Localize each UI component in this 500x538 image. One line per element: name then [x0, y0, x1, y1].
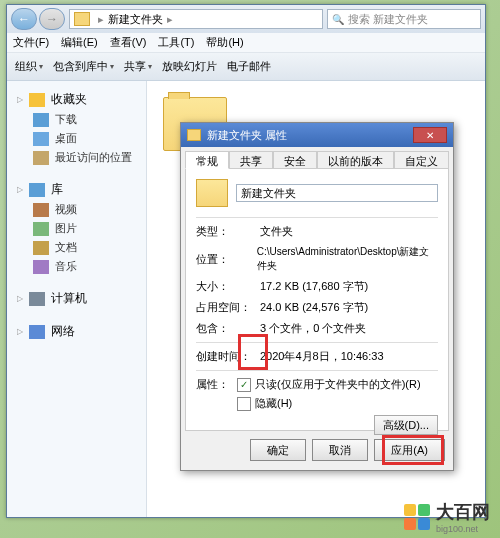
menu-help[interactable]: 帮助(H) — [206, 35, 243, 50]
toolbar: 组织▾ 包含到库中▾ 共享▾ 放映幻灯片 电子邮件 — [7, 53, 485, 81]
value-created: 2020年4月8日，10:46:33 — [260, 349, 384, 364]
tool-slideshow[interactable]: 放映幻灯片 — [162, 59, 217, 74]
readonly-checkbox[interactable]: ✓ — [237, 378, 251, 392]
folder-icon — [74, 12, 90, 26]
watermark-url: big100.net — [436, 524, 490, 534]
folder-name-input[interactable] — [236, 184, 438, 202]
watermark-logo-icon — [404, 504, 430, 530]
tab-customize[interactable]: 自定义 — [394, 151, 449, 169]
menu-tools[interactable]: 工具(T) — [158, 35, 194, 50]
sidebar-item-recent[interactable]: 最近访问的位置 — [7, 148, 146, 167]
sidebar-item-music[interactable]: 音乐 — [7, 257, 146, 276]
label-type: 类型： — [196, 224, 252, 239]
sidebar-libraries[interactable]: 库 — [7, 179, 146, 200]
properties-dialog: 新建文件夹 属性 ✕ 常规 共享 安全 以前的版本 自定义 类型：文件夹 位置：… — [180, 122, 454, 471]
tab-security[interactable]: 安全 — [273, 151, 317, 169]
tool-organize[interactable]: 组织▾ — [15, 59, 43, 74]
breadcrumb-folder[interactable]: 新建文件夹 — [108, 12, 163, 27]
label-size: 大小： — [196, 279, 252, 294]
value-sizeondisk: 24.0 KB (24,576 字节) — [260, 300, 368, 315]
tool-email[interactable]: 电子邮件 — [227, 59, 271, 74]
readonly-label: 只读(仅应用于文件夹中的文件)(R) — [255, 377, 421, 392]
hidden-checkbox[interactable] — [237, 397, 251, 411]
label-attributes: 属性： — [196, 377, 229, 392]
hidden-label: 隐藏(H) — [255, 396, 292, 411]
dialog-title: 新建文件夹 属性 — [207, 128, 287, 143]
menu-view[interactable]: 查看(V) — [110, 35, 147, 50]
sidebar-item-downloads[interactable]: 下载 — [7, 110, 146, 129]
tab-previous[interactable]: 以前的版本 — [317, 151, 394, 169]
tab-strip: 常规 共享 安全 以前的版本 自定义 — [181, 147, 453, 169]
ok-button[interactable]: 确定 — [250, 439, 306, 461]
apply-button[interactable]: 应用(A) — [374, 439, 445, 461]
tab-general[interactable]: 常规 — [185, 151, 229, 169]
value-size: 17.2 KB (17,680 字节) — [260, 279, 368, 294]
address-bar[interactable]: ▸ 新建文件夹 ▸ — [69, 9, 323, 29]
label-created: 创建时间： — [196, 349, 252, 364]
cancel-button[interactable]: 取消 — [312, 439, 368, 461]
menubar: 文件(F) 编辑(E) 查看(V) 工具(T) 帮助(H) — [7, 33, 485, 53]
sidebar-item-desktop[interactable]: 桌面 — [7, 129, 146, 148]
folder-icon — [187, 129, 201, 141]
label-contains: 包含： — [196, 321, 252, 336]
value-contains: 3 个文件，0 个文件夹 — [260, 321, 366, 336]
tool-share[interactable]: 共享▾ — [124, 59, 152, 74]
tool-include[interactable]: 包含到库中▾ — [53, 59, 114, 74]
label-sizeondisk: 占用空间： — [196, 300, 252, 315]
sidebar-network[interactable]: 网络 — [7, 321, 146, 342]
advanced-button[interactable]: 高级(D)... — [374, 415, 438, 435]
sidebar-computer[interactable]: 计算机 — [7, 288, 146, 309]
folder-icon — [196, 179, 228, 207]
sidebar-item-videos[interactable]: 视频 — [7, 200, 146, 219]
sidebar-favorites[interactable]: 收藏夹 — [7, 89, 146, 110]
close-icon[interactable]: ✕ — [413, 127, 447, 143]
tab-general-panel: 类型：文件夹 位置：C:\Users\Administrator\Desktop… — [185, 169, 449, 431]
nav-forward-button[interactable]: → — [39, 8, 65, 30]
value-location: C:\Users\Administrator\Desktop\新建文件夹 — [257, 245, 438, 273]
titlebar: ← → ▸ 新建文件夹 ▸ 搜索 新建文件夹 — [7, 5, 485, 33]
value-type: 文件夹 — [260, 224, 293, 239]
nav-back-button[interactable]: ← — [11, 8, 37, 30]
watermark: 大百网 big100.net — [404, 500, 490, 534]
sidebar-item-pictures[interactable]: 图片 — [7, 219, 146, 238]
watermark-name: 大百网 — [436, 500, 490, 524]
menu-edit[interactable]: 编辑(E) — [61, 35, 98, 50]
dialog-titlebar[interactable]: 新建文件夹 属性 ✕ — [181, 123, 453, 147]
search-input[interactable]: 搜索 新建文件夹 — [327, 9, 481, 29]
tab-sharing[interactable]: 共享 — [229, 151, 273, 169]
label-location: 位置： — [196, 252, 249, 267]
sidebar-item-documents[interactable]: 文档 — [7, 238, 146, 257]
sidebar: 收藏夹 下载 桌面 最近访问的位置 库 视频 图片 文档 音乐 计算机 网络 — [7, 81, 147, 517]
menu-file[interactable]: 文件(F) — [13, 35, 49, 50]
